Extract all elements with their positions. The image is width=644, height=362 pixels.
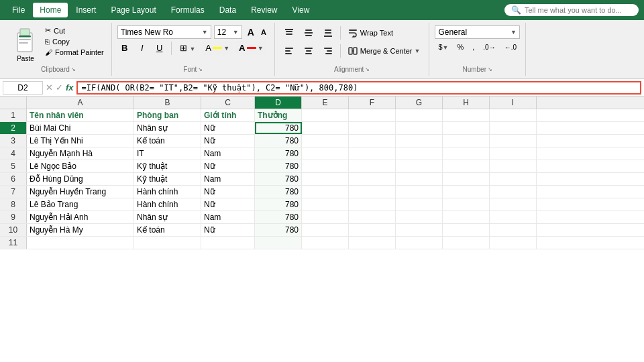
formula-input[interactable] — [76, 81, 641, 95]
table-cell[interactable] — [349, 147, 396, 160]
table-cell[interactable] — [443, 198, 490, 210]
bold-button[interactable]: B — [117, 41, 132, 55]
table-cell[interactable] — [490, 135, 537, 147]
col-header-a[interactable]: A — [27, 97, 134, 109]
merge-center-button[interactable]: Merge & Center ▼ — [344, 44, 424, 58]
number-format-select[interactable]: General ▼ — [435, 25, 520, 39]
table-cell[interactable]: IT — [134, 147, 201, 160]
table-cell[interactable] — [443, 186, 490, 198]
format-painter-button[interactable]: 🖌 Format Painter — [43, 48, 106, 57]
font-size-select[interactable]: 12 ▼ — [214, 25, 242, 39]
table-cell[interactable]: Lê Thị Yến Nhi — [27, 135, 134, 147]
percent-button[interactable]: % — [453, 41, 467, 53]
row-number[interactable]: 9 — [0, 211, 27, 223]
align-left-button[interactable] — [280, 44, 298, 58]
menu-review[interactable]: Review — [244, 3, 284, 17]
table-cell[interactable]: Nữ — [201, 186, 255, 198]
menu-data[interactable]: Data — [213, 3, 243, 17]
table-cell[interactable]: Kỹ thuật — [134, 160, 201, 172]
wrap-text-button[interactable]: Wrap Text — [344, 25, 396, 40]
menu-insert[interactable]: Insert — [69, 3, 103, 17]
table-cell[interactable] — [302, 224, 349, 236]
table-cell[interactable]: Nữ — [201, 198, 255, 210]
table-cell[interactable]: Nam — [201, 173, 255, 185]
copy-button[interactable]: ⎘ Copy — [43, 37, 106, 46]
table-cell[interactable] — [396, 135, 443, 147]
table-cell[interactable] — [349, 198, 396, 210]
alignment-expand-icon[interactable]: ↘ — [365, 66, 370, 72]
table-cell[interactable] — [302, 160, 349, 172]
italic-button[interactable]: I — [135, 41, 150, 55]
cell-reference-box[interactable]: D2 — [3, 81, 43, 95]
table-cell[interactable]: Nam — [201, 211, 255, 223]
table-cell[interactable] — [302, 135, 349, 147]
table-cell[interactable]: 780 — [255, 186, 302, 198]
table-cell[interactable] — [396, 211, 443, 223]
menu-file[interactable]: File — [5, 3, 32, 17]
table-cell[interactable] — [349, 224, 396, 236]
table-cell[interactable] — [302, 147, 349, 160]
table-cell[interactable] — [396, 173, 443, 185]
cut-button[interactable]: ✂ Cut — [43, 25, 106, 36]
table-cell[interactable] — [490, 186, 537, 198]
table-cell[interactable] — [490, 122, 537, 134]
table-cell[interactable]: Nữ — [201, 224, 255, 236]
table-cell[interactable] — [396, 160, 443, 172]
col-header-g[interactable]: G — [396, 97, 443, 109]
table-cell[interactable] — [443, 237, 490, 249]
menu-formulas[interactable]: Formulas — [164, 3, 211, 17]
table-cell[interactable]: 780 — [255, 224, 302, 236]
table-cell[interactable]: Bùi Mai Chi — [27, 122, 134, 134]
table-cell[interactable] — [302, 211, 349, 223]
table-cell[interactable]: 780 — [255, 211, 302, 223]
table-cell[interactable] — [27, 237, 134, 249]
table-cell[interactable] — [443, 109, 490, 121]
paste-button[interactable]: Paste — [11, 25, 40, 64]
table-cell[interactable] — [349, 135, 396, 147]
table-cell[interactable]: Thưởng — [255, 109, 302, 121]
table-cell[interactable] — [443, 224, 490, 236]
row-number[interactable]: 11 — [0, 237, 27, 249]
table-cell[interactable] — [396, 122, 443, 134]
table-cell[interactable]: 780 — [255, 147, 302, 160]
table-cell[interactable]: Kỹ thuật — [134, 173, 201, 185]
table-cell[interactable] — [443, 122, 490, 134]
menu-home[interactable]: Home — [33, 3, 68, 17]
number-expand-icon[interactable]: ↘ — [488, 66, 492, 72]
table-cell[interactable]: Giới tính — [201, 109, 255, 121]
col-header-f[interactable]: F — [349, 97, 396, 109]
table-cell[interactable]: Nguyễn Hà My — [27, 224, 134, 236]
table-cell[interactable]: Phòng ban — [134, 109, 201, 121]
table-cell[interactable]: 780 — [255, 135, 302, 147]
row-number[interactable]: 5 — [0, 160, 27, 172]
table-cell[interactable] — [349, 237, 396, 249]
table-cell[interactable] — [490, 109, 537, 121]
clipboard-expand-icon[interactable]: ↘ — [71, 66, 76, 72]
row-number[interactable]: 1 — [0, 109, 27, 121]
table-cell[interactable] — [302, 109, 349, 121]
menu-view[interactable]: View — [286, 3, 317, 17]
table-cell[interactable]: Nguyễn Huyền Trang — [27, 186, 134, 198]
row-number[interactable]: 10 — [0, 224, 27, 236]
table-cell[interactable] — [490, 173, 537, 185]
table-cell[interactable] — [443, 160, 490, 172]
table-cell[interactable]: Nữ — [201, 160, 255, 172]
table-cell[interactable] — [396, 224, 443, 236]
table-cell[interactable]: Nam — [201, 147, 255, 160]
table-cell[interactable]: Nữ — [201, 122, 255, 134]
table-cell[interactable]: Nữ — [201, 135, 255, 147]
table-cell[interactable] — [349, 122, 396, 134]
border-button[interactable]: ⊞ ▼ — [176, 41, 200, 55]
table-cell[interactable] — [490, 211, 537, 223]
row-number[interactable]: 2 — [0, 122, 27, 134]
table-cell[interactable] — [255, 237, 302, 249]
table-cell[interactable] — [490, 237, 537, 249]
comma-button[interactable]: , — [469, 41, 478, 53]
col-header-i[interactable]: I — [490, 97, 537, 109]
align-center-button[interactable] — [300, 44, 317, 58]
underline-button[interactable]: U — [152, 41, 167, 55]
table-cell[interactable]: Nhân sự — [134, 122, 201, 134]
col-header-h[interactable]: H — [443, 97, 490, 109]
table-cell[interactable] — [302, 173, 349, 185]
col-header-c[interactable]: C — [201, 97, 255, 109]
